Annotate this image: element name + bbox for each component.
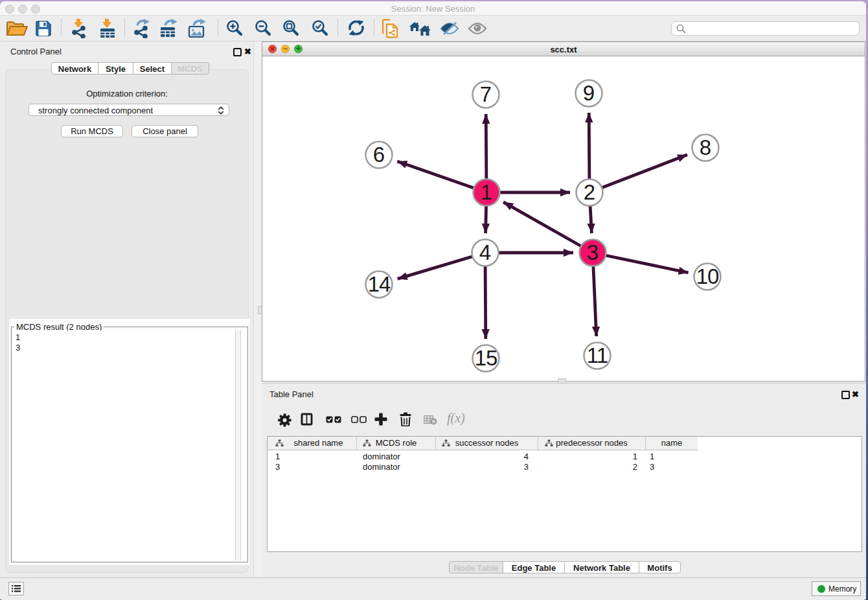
svg-text:14: 14 xyxy=(368,272,391,296)
svg-text:15: 15 xyxy=(475,346,497,370)
svg-text:8: 8 xyxy=(700,135,711,159)
svg-text:6: 6 xyxy=(373,143,385,167)
svg-text:7: 7 xyxy=(480,82,492,106)
svg-text:2: 2 xyxy=(584,180,595,204)
svg-text:4: 4 xyxy=(479,240,491,264)
svg-text:11: 11 xyxy=(587,343,608,367)
svg-text:1: 1 xyxy=(481,180,492,204)
svg-text:9: 9 xyxy=(583,81,595,105)
svg-text:3: 3 xyxy=(587,240,599,264)
svg-text:10: 10 xyxy=(696,264,719,288)
